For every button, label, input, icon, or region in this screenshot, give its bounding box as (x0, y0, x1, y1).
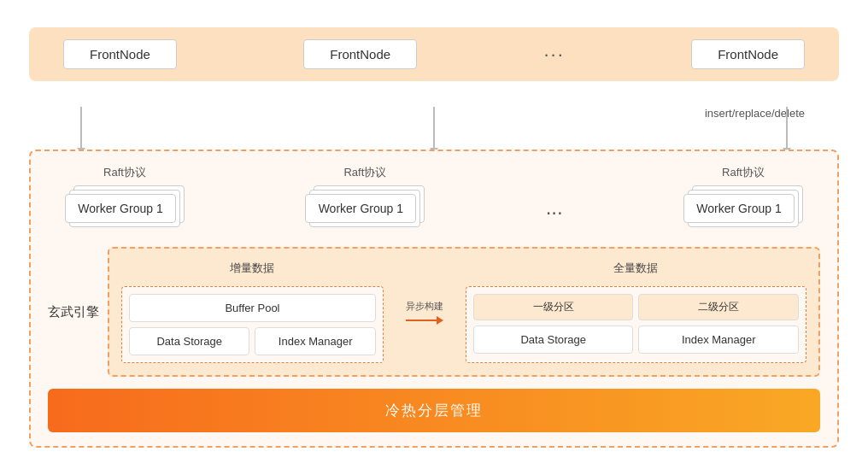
worker-group-col-2: Raft协议 Worker Group 1 (305, 165, 425, 233)
data-index-row: Data Storage Index Manager (129, 327, 376, 355)
worker-groups-dots: ··· (546, 200, 563, 224)
incr-inner: Buffer Pool Data Storage Index Manager (121, 286, 384, 363)
index-manager-incr: Index Manager (255, 327, 375, 355)
arrow-col-3: insert/replace/delete (786, 107, 788, 150)
partition-1-box: 一级分区 (473, 294, 634, 320)
async-label: 异步构建 (406, 300, 443, 313)
partition-2-box: 二级分区 (638, 294, 799, 320)
incr-title: 增量数据 (121, 261, 384, 276)
main-container: Raft协议 Worker Group 1 Raft协议 Worker Grou… (29, 150, 839, 448)
arrows-area: insert/replace/delete (29, 81, 839, 150)
wg-front-2: Worker Group 1 (305, 194, 416, 223)
arrow-line (406, 320, 437, 321)
data-storage-full: Data Storage (473, 325, 634, 354)
worker-groups-row: Raft协议 Worker Group 1 Raft协议 Worker Grou… (48, 165, 820, 233)
full-section: 全量数据 一级分区 二级分区 Data Storage (466, 261, 806, 363)
raft-label-1: Raft协议 (103, 165, 146, 180)
worker-group-stack-1: Worker Group 1 (65, 185, 185, 233)
arrow-right (406, 316, 443, 325)
engine-area: 玄武引擎 增量数据 Buffer Pool Data Storage (48, 247, 820, 377)
full-title: 全量数据 (466, 261, 806, 276)
arrow-down-1 (80, 107, 82, 150)
worker-group-stack-2: Worker Group 1 (305, 185, 425, 233)
worker-group-stack-3: Worker Group 1 (683, 185, 803, 233)
buffer-pool-box: Buffer Pool (129, 294, 376, 322)
arrow-middle: 异步构建 (397, 261, 452, 363)
index-manager-full: Index Manager (638, 325, 799, 354)
arrow-col-2 (433, 107, 435, 150)
arrow-down-3 (786, 107, 788, 150)
engine-label: 玄武引擎 (48, 304, 99, 320)
front-nodes-row: FrontNode FrontNode ··· FrontNode (29, 27, 839, 81)
full-inner: 一级分区 二级分区 Data Storage Index Manager (466, 286, 806, 363)
front-nodes-dots: ··· (543, 44, 564, 66)
wg-front-1: Worker Group 1 (65, 194, 176, 223)
data-index-row-full: Data Storage Index Manager (473, 325, 799, 354)
front-node-1: FrontNode (63, 39, 177, 69)
wg-front-3: Worker Group 1 (683, 194, 795, 223)
partition-row: 一级分区 二级分区 (473, 294, 799, 320)
architecture-diagram: FrontNode FrontNode ··· FrontNode insert… (15, 14, 853, 461)
engine-inner: 增量数据 Buffer Pool Data Storage Index Mana… (108, 247, 820, 377)
arrow-head (437, 316, 443, 325)
arrow-col-1 (80, 107, 82, 150)
data-storage-incr: Data Storage (129, 327, 249, 355)
arrow-down-2 (433, 107, 435, 150)
raft-label-3: Raft协议 (722, 165, 765, 180)
worker-group-col-1: Raft协议 Worker Group 1 (65, 165, 185, 233)
raft-label-2: Raft协议 (343, 165, 386, 180)
bottom-bar: 冷热分层管理 (48, 389, 820, 432)
front-node-2: FrontNode (303, 39, 417, 69)
insert-label: insert/replace/delete (705, 107, 805, 120)
incr-section: 增量数据 Buffer Pool Data Storage Index Mana… (121, 261, 384, 363)
worker-group-col-3: Raft协议 Worker Group 1 (683, 165, 803, 233)
front-node-3: FrontNode (691, 39, 805, 69)
